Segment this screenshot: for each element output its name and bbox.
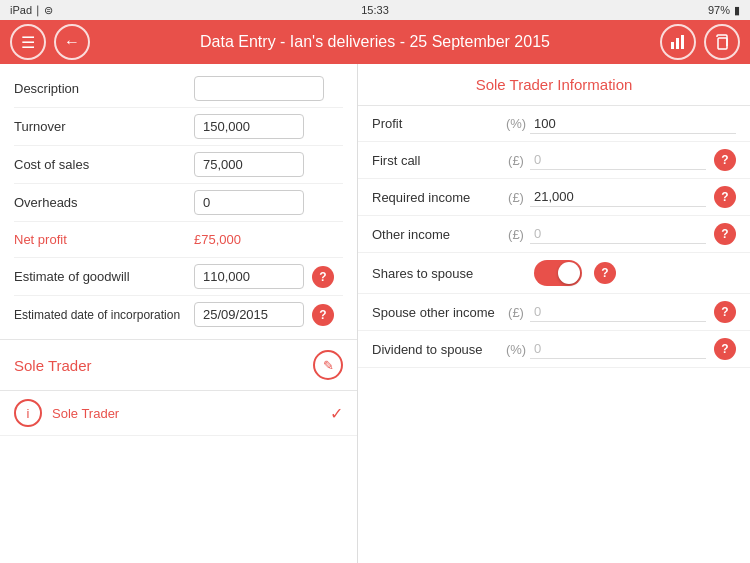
info-row-dividend-to-spouse: Dividend to spouse (%) ? (358, 331, 750, 368)
profit-input[interactable] (530, 114, 736, 134)
profit-label: Profit (372, 116, 502, 131)
carrier-label: iPad ∣ ⊜ (10, 4, 53, 17)
dividend-to-spouse-unit: (%) (502, 342, 530, 357)
incorporation-date-label: Estimated date of incorporation (14, 308, 194, 322)
form-section: Description Turnover Cost of sales Overh… (0, 64, 357, 340)
dividend-to-spouse-input[interactable] (530, 339, 706, 359)
menu-button[interactable]: ☰ (10, 24, 46, 60)
info-row-first-call: First call (£) ? (358, 142, 750, 179)
form-row-goodwill: Estimate of goodwill ? (14, 258, 343, 296)
description-label: Description (14, 81, 194, 96)
sole-trader-edit-button[interactable]: ✎ (313, 350, 343, 380)
description-input[interactable] (194, 76, 324, 101)
svg-rect-1 (676, 38, 679, 49)
incorporation-date-input[interactable] (194, 302, 304, 327)
nav-bar: ☰ ← Data Entry - Ian's deliveries - 25 S… (0, 20, 750, 64)
form-row-description: Description (14, 70, 343, 108)
profit-unit: (%) (502, 116, 530, 131)
sole-trader-item-icon: i (14, 399, 42, 427)
sole-trader-check-icon: ✓ (330, 404, 343, 423)
left-panel: Description Turnover Cost of sales Overh… (0, 64, 358, 563)
main-content: Description Turnover Cost of sales Overh… (0, 64, 750, 563)
status-right: 97% ▮ (708, 4, 740, 17)
right-panel-header: Sole Trader Information (358, 64, 750, 106)
status-time: 15:33 (361, 4, 389, 16)
goodwill-input[interactable] (194, 264, 304, 289)
svg-rect-3 (718, 38, 727, 49)
first-call-help-button[interactable]: ? (714, 149, 736, 171)
copy-button[interactable] (704, 24, 740, 60)
battery-percent: 97% (708, 4, 730, 16)
net-profit-value: £75,000 (194, 232, 241, 247)
other-income-input[interactable] (530, 224, 706, 244)
dividend-to-spouse-help-button[interactable]: ? (714, 338, 736, 360)
spouse-other-income-label: Spouse other income (372, 305, 502, 320)
shares-to-spouse-toggle[interactable] (534, 260, 582, 286)
sole-trader-item-row: i Sole Trader ✓ (0, 391, 357, 436)
info-row-spouse-other-income: Spouse other income (£) ? (358, 294, 750, 331)
status-bar: iPad ∣ ⊜ 15:33 97% ▮ (0, 0, 750, 20)
right-panel-title: Sole Trader Information (476, 76, 633, 93)
other-income-label: Other income (372, 227, 502, 242)
cost-of-sales-input[interactable] (194, 152, 304, 177)
form-row-incorporation-date: Estimated date of incorporation ? (14, 296, 343, 333)
info-row-profit: Profit (%) (358, 106, 750, 142)
svg-rect-0 (671, 42, 674, 49)
form-row-cost-of-sales: Cost of sales (14, 146, 343, 184)
right-panel: Sole Trader Information Profit (%) First… (358, 64, 750, 563)
shares-to-spouse-label: Shares to spouse (372, 266, 502, 281)
required-income-label: Required income (372, 190, 502, 205)
other-income-unit: (£) (502, 227, 530, 242)
info-row-other-income: Other income (£) ? (358, 216, 750, 253)
info-row-required-income: Required income (£) ? (358, 179, 750, 216)
form-row-overheads: Overheads (14, 184, 343, 222)
other-income-help-button[interactable]: ? (714, 223, 736, 245)
chart-button[interactable] (660, 24, 696, 60)
first-call-label: First call (372, 153, 502, 168)
required-income-help-button[interactable]: ? (714, 186, 736, 208)
svg-rect-2 (681, 35, 684, 49)
battery-icon: ▮ (734, 4, 740, 17)
turnover-label: Turnover (14, 119, 194, 134)
form-row-turnover: Turnover (14, 108, 343, 146)
net-profit-label: Net profit (14, 232, 194, 247)
overheads-label: Overheads (14, 195, 194, 210)
first-call-unit: (£) (502, 153, 530, 168)
spouse-other-income-help-button[interactable]: ? (714, 301, 736, 323)
required-income-unit: (£) (502, 190, 530, 205)
info-row-shares-to-spouse: Shares to spouse ? (358, 253, 750, 294)
info-icon: i (27, 406, 30, 421)
wifi-icon: ⊜ (44, 4, 53, 16)
nav-title: Data Entry - Ian's deliveries - 25 Septe… (200, 33, 550, 51)
incorporation-date-help-button[interactable]: ? (312, 304, 334, 326)
required-income-input[interactable] (530, 187, 706, 207)
back-button[interactable]: ← (54, 24, 90, 60)
form-row-net-profit: Net profit £75,000 (14, 222, 343, 258)
goodwill-help-button[interactable]: ? (312, 266, 334, 288)
turnover-input[interactable] (194, 114, 304, 139)
goodwill-label: Estimate of goodwill (14, 269, 194, 284)
overheads-input[interactable] (194, 190, 304, 215)
spouse-other-income-input[interactable] (530, 302, 706, 322)
sole-trader-item-name[interactable]: Sole Trader (52, 406, 330, 421)
dividend-to-spouse-label: Dividend to spouse (372, 342, 502, 357)
shares-to-spouse-help-button[interactable]: ? (594, 262, 616, 284)
sole-trader-title: Sole Trader (14, 357, 92, 374)
sole-trader-header: Sole Trader ✎ (0, 340, 357, 391)
cost-of-sales-label: Cost of sales (14, 157, 194, 172)
sole-trader-section: Sole Trader ✎ i Sole Trader ✓ (0, 340, 357, 563)
first-call-input[interactable] (530, 150, 706, 170)
spouse-other-income-unit: (£) (502, 305, 530, 320)
